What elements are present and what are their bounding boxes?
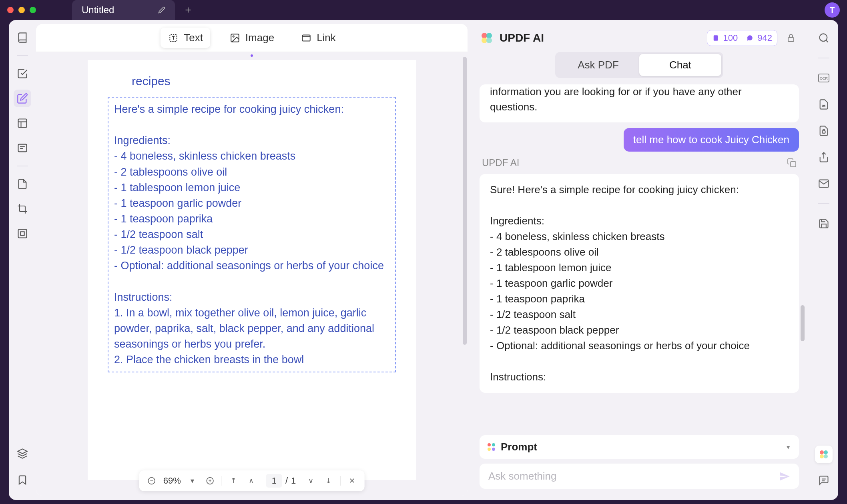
- bookmark-icon[interactable]: [14, 471, 31, 489]
- document-tab[interactable]: Untitled: [72, 0, 175, 20]
- copy-icon[interactable]: [787, 158, 797, 168]
- svg-rect-14: [302, 35, 310, 41]
- share-icon[interactable]: [815, 149, 832, 166]
- comment-icon[interactable]: [815, 472, 832, 489]
- first-page-button[interactable]: ⤒: [228, 475, 240, 487]
- pencil-icon[interactable]: [158, 6, 165, 14]
- document-page[interactable]: recipes Here's a simple recipe for cooki…: [88, 60, 416, 480]
- minimize-window-button[interactable]: [18, 7, 25, 13]
- watermark-icon[interactable]: [14, 225, 31, 242]
- svg-line-29: [826, 40, 828, 42]
- tab-row: Untitled: [72, 0, 198, 20]
- user-initial: T: [830, 6, 835, 15]
- chat-scroll-area[interactable]: information you are looking for or if yo…: [473, 81, 805, 433]
- left-sidebar: [9, 20, 36, 500]
- ai-toggle-button[interactable]: [815, 446, 833, 463]
- svg-point-24: [486, 38, 492, 43]
- chat-input[interactable]: [488, 470, 779, 482]
- ai-mode-toggle: Ask PDF Chat: [555, 52, 723, 78]
- zoom-value: 69%: [163, 476, 181, 486]
- svg-rect-32: [823, 131, 825, 133]
- selected-text-block[interactable]: Here's a simple recipe for cooking juicy…: [108, 97, 396, 372]
- page-tool-icon[interactable]: [14, 175, 31, 193]
- document-viewport[interactable]: recipes Here's a simple recipe for cooki…: [36, 52, 468, 496]
- text-tool-button[interactable]: Text: [161, 28, 210, 48]
- assistant-message: Sure! Here's a simple recipe for cooking…: [480, 174, 799, 393]
- svg-rect-2: [18, 119, 27, 128]
- layers-icon[interactable]: [14, 445, 31, 462]
- svg-rect-5: [18, 144, 27, 152]
- crop-icon[interactable]: [14, 200, 31, 218]
- protect-icon[interactable]: [815, 122, 832, 139]
- zoom-dropdown-icon[interactable]: ▾: [187, 475, 199, 487]
- maximize-window-button[interactable]: [30, 7, 36, 13]
- close-controls-button[interactable]: ✕: [346, 475, 358, 487]
- svg-rect-26: [788, 38, 794, 42]
- page-number: 1 / 1: [263, 474, 299, 488]
- assistant-label: UPDF AI: [482, 157, 519, 168]
- document-title[interactable]: recipes: [108, 74, 396, 88]
- scrollbar-thumb[interactable]: [463, 57, 467, 345]
- current-page[interactable]: 1: [266, 474, 282, 488]
- right-sidebar: OCR: [809, 20, 838, 500]
- svg-point-36: [824, 450, 828, 454]
- ai-panel-title: UPDF AI: [500, 32, 701, 44]
- ocr-icon[interactable]: OCR: [815, 70, 832, 86]
- assistant-message-previous: information you are looking for or if yo…: [480, 84, 799, 122]
- last-page-button[interactable]: ⤓: [322, 475, 334, 487]
- updf-logo-icon: [480, 31, 494, 45]
- svg-point-21: [482, 33, 487, 38]
- search-icon[interactable]: [815, 30, 832, 46]
- ai-header: UPDF AI 100 942: [473, 24, 805, 52]
- text-tool-label: Text: [184, 32, 203, 44]
- chat-tab[interactable]: Chat: [639, 54, 721, 76]
- svg-rect-25: [713, 35, 718, 41]
- svg-rect-9: [20, 232, 24, 235]
- chat-scrollbar-thumb[interactable]: [801, 305, 805, 341]
- link-tool-button[interactable]: Link: [293, 28, 343, 48]
- lock-icon[interactable]: [783, 30, 799, 46]
- document-scrollbar[interactable]: [463, 55, 468, 455]
- next-page-button[interactable]: ∨: [305, 475, 317, 487]
- new-tab-button[interactable]: [178, 0, 198, 20]
- zoom-in-button[interactable]: [204, 475, 216, 487]
- save-icon[interactable]: [815, 215, 832, 232]
- prompt-selector[interactable]: Prompt ▼: [480, 435, 799, 459]
- svg-point-13: [233, 36, 234, 37]
- close-window-button[interactable]: [7, 7, 14, 13]
- image-tool-button[interactable]: Image: [222, 28, 281, 48]
- document-body-text[interactable]: Here's a simple recipe for cooking juicy…: [114, 102, 389, 368]
- total-pages: 1: [291, 476, 296, 486]
- window-controls: [7, 7, 36, 13]
- document-credit-icon: [712, 34, 719, 42]
- user-avatar[interactable]: T: [825, 2, 840, 18]
- prompt-dots-icon: [488, 443, 495, 451]
- text-icon: [168, 32, 179, 44]
- form-tool-icon[interactable]: [14, 139, 31, 157]
- page-organize-icon[interactable]: [14, 114, 31, 132]
- document-area: Text Image Link recipes Here's a si: [36, 24, 468, 496]
- zoom-out-button[interactable]: [146, 475, 158, 487]
- convert-icon[interactable]: [815, 96, 832, 113]
- prev-page-button[interactable]: ∧: [245, 475, 257, 487]
- svg-point-35: [820, 450, 824, 454]
- user-message: tell me how to cook Juicy Chicken: [624, 128, 799, 152]
- reader-mode-icon[interactable]: [14, 29, 31, 46]
- left-sidebar-bottom: [14, 445, 31, 500]
- app-window: Text Image Link recipes Here's a si: [9, 20, 838, 500]
- svg-marker-10: [18, 449, 27, 454]
- edit-text-icon[interactable]: [14, 90, 31, 107]
- svg-rect-27: [791, 162, 796, 167]
- ask-pdf-tab[interactable]: Ask PDF: [557, 54, 639, 76]
- separator: [222, 476, 222, 486]
- send-icon[interactable]: [779, 471, 790, 482]
- credits-badge[interactable]: 100 942: [707, 30, 777, 46]
- link-icon: [301, 32, 312, 44]
- email-icon[interactable]: [815, 175, 832, 192]
- page-controls: 69% ▾ ⤒ ∧ 1 / 1 ∨ ⤓ ✕: [139, 470, 365, 491]
- highlighter-icon[interactable]: [14, 65, 31, 82]
- link-tool-label: Link: [317, 32, 336, 44]
- right-sidebar-bottom: [815, 446, 833, 500]
- tab-title: Untitled: [82, 4, 114, 16]
- credits-1: 100: [723, 33, 738, 43]
